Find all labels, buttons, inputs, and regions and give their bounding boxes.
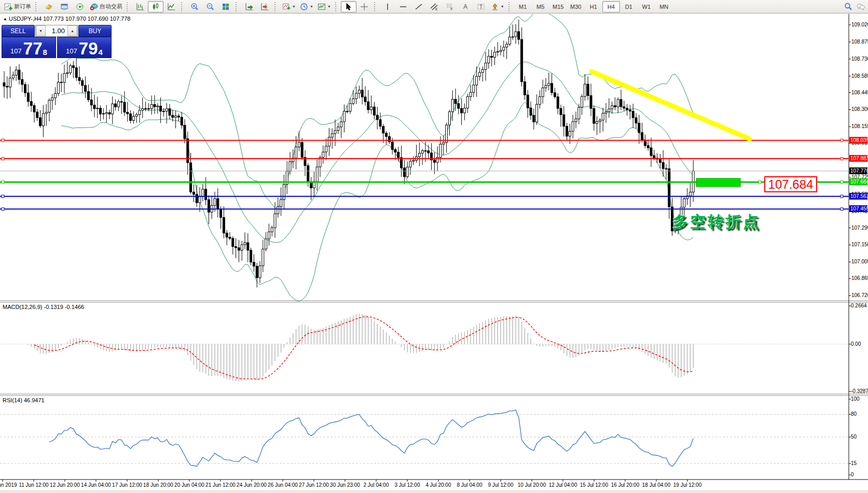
rsi-axis-label: 100 (851, 396, 860, 402)
zoom-out-button[interactable] (202, 1, 218, 12)
new-order-label: 新订单 (14, 3, 31, 10)
tile-windows-button[interactable] (218, 1, 233, 12)
timeframe-m1[interactable]: M1 (514, 1, 532, 12)
price-axis-label: 108.300 (851, 106, 867, 112)
price-axis-label: 106.865 (851, 275, 867, 281)
macd-axis-label: 0.00 (851, 341, 861, 347)
trendline-button[interactable] (411, 1, 426, 12)
sell-price-button[interactable]: 107778 (2, 37, 56, 58)
fibonacci-icon: F (446, 3, 454, 11)
timeframe-m30[interactable]: M30 (567, 1, 585, 12)
arrows-button[interactable]: ▼ (489, 1, 506, 12)
channel-button[interactable]: E (426, 1, 442, 12)
horizontal-line-button[interactable] (395, 1, 411, 12)
chart-window: ▲ USDJPY-,H4 107.773 107.970 107.690 107… (0, 14, 868, 493)
dropdown-caret: ▼ (501, 5, 504, 8)
line-chart-button[interactable] (163, 1, 179, 12)
timeframe-w1[interactable]: W1 (638, 1, 655, 12)
annotation-text[interactable]: 多空转折点 (672, 212, 761, 233)
timeframe-m15[interactable]: M15 (549, 1, 567, 12)
symbol-title: ▲ USDJPY-,H4 107.773 107.970 107.690 107… (3, 16, 130, 22)
toolbar-right (844, 0, 865, 13)
time-axis-label: 14 Jun 04:00 (81, 482, 111, 488)
time-axis-label: 20 Jun 04:00 (174, 482, 204, 488)
time-axis-label: 2 Jul 04:00 (364, 482, 389, 488)
cursor-button[interactable] (341, 1, 356, 12)
trendline-icon (415, 3, 423, 11)
time-axis-label: 17 Jun 12:00 (112, 482, 142, 488)
toolbar-grip (508, 2, 512, 11)
text-label-button[interactable]: T (473, 1, 489, 12)
toolbar-grip (181, 2, 185, 11)
sell-price-prefix: 107 (10, 47, 22, 55)
indicators-button[interactable]: ▼ (280, 1, 298, 12)
price-axis-label: 107.005 (851, 259, 867, 264)
dropdown-caret: ▼ (327, 5, 331, 8)
price-tag-107.563: 107.563 (849, 193, 867, 200)
chat-icon[interactable] (857, 3, 865, 11)
volume-input[interactable]: 1.00 (46, 25, 67, 36)
crosshair-icon (360, 3, 368, 11)
rsi-axis-label: 15 (851, 460, 857, 466)
buy-price-sup: 4 (99, 48, 103, 57)
volume-decrease-button[interactable]: ▼ (36, 25, 46, 36)
timeframe-m5[interactable]: M5 (532, 1, 549, 12)
auto-trading-button[interactable]: 自动交易 (88, 1, 125, 12)
time-axis-label: 15 Jul 12:00 (580, 482, 609, 488)
time-axis-label: 16 Jul 20:00 (611, 482, 640, 488)
vertical-line-button[interactable] (380, 1, 395, 12)
market-watch-button[interactable] (41, 1, 57, 12)
arrows-icon (491, 3, 499, 11)
text-a-icon: A (461, 3, 470, 11)
navigator-button[interactable] (72, 1, 88, 12)
timeframe-d1[interactable]: D1 (620, 1, 638, 12)
zoom-in-button[interactable] (187, 1, 202, 12)
rsi-label: RSI(14) 46.9471 (3, 397, 45, 403)
market-watch-icon (45, 3, 53, 11)
text-button[interactable]: A (458, 1, 473, 12)
periods-button[interactable]: ▼ (298, 1, 315, 12)
svg-text:T: T (479, 4, 483, 9)
rsi-axis-label: 50 (851, 434, 857, 440)
price-axis-label: 109.020 (851, 22, 867, 27)
sell-price-big: 77 (23, 41, 43, 57)
toolbar-grip (374, 2, 378, 11)
price-tag-108.039: 108.039 (849, 137, 867, 144)
timeframe-h4[interactable]: H4 (602, 1, 620, 12)
collapse-triangle-icon[interactable]: ▲ (3, 17, 7, 21)
data-window-button[interactable] (57, 1, 72, 12)
chart-shift-button[interactable] (257, 1, 272, 12)
search-icon[interactable] (844, 3, 852, 11)
new-order-button[interactable]: 新订单 (2, 1, 33, 12)
auto-trading-icon (90, 3, 98, 11)
timeframe-group: M1M5M15M30H1H4D1W1MN (514, 1, 673, 12)
buy-button[interactable]: BUY (78, 25, 112, 37)
price-callout-box[interactable]: 107.684 (764, 176, 817, 192)
sell-button[interactable]: SELL (2, 25, 35, 37)
data-window-icon (60, 3, 68, 11)
auto-scroll-button[interactable] (241, 1, 257, 12)
mt4-window: 新订单 (0, 0, 868, 493)
bar-chart-icon (136, 3, 144, 11)
templates-button[interactable]: ▼ (315, 1, 333, 12)
time-axis-label: 10 Jun 2019 (0, 482, 17, 488)
macd-label: MACD(12,26,9) -0.1319 -0.1466 (3, 304, 84, 310)
candlestick-chart-icon (151, 3, 160, 11)
templates-icon (318, 3, 326, 11)
timeframe-h1[interactable]: H1 (585, 1, 602, 12)
volume-increase-button[interactable]: ▲ (67, 25, 77, 36)
time-axis-label: 21 Jun 12:00 (205, 482, 236, 488)
time-axis-label: 9 Jul 12:00 (488, 482, 514, 488)
toolbar-grip (274, 2, 278, 11)
crosshair-button[interactable] (356, 1, 372, 12)
buy-price-button[interactable]: 107794 (57, 37, 112, 58)
time-axis-label: 8 Jul 04:00 (457, 482, 483, 488)
timeframe-mn[interactable]: MN (655, 1, 673, 12)
price-axis-label: 107.150 (851, 242, 867, 247)
bar-chart-button[interactable] (132, 1, 148, 12)
candlestick-chart-button[interactable] (148, 1, 163, 12)
time-axis-label: 19 Jul 12:00 (673, 482, 702, 488)
price-tag-107.883: 107.883 (849, 155, 867, 162)
fibonacci-button[interactable]: F (442, 1, 458, 12)
chart-canvas[interactable] (0, 14, 868, 493)
